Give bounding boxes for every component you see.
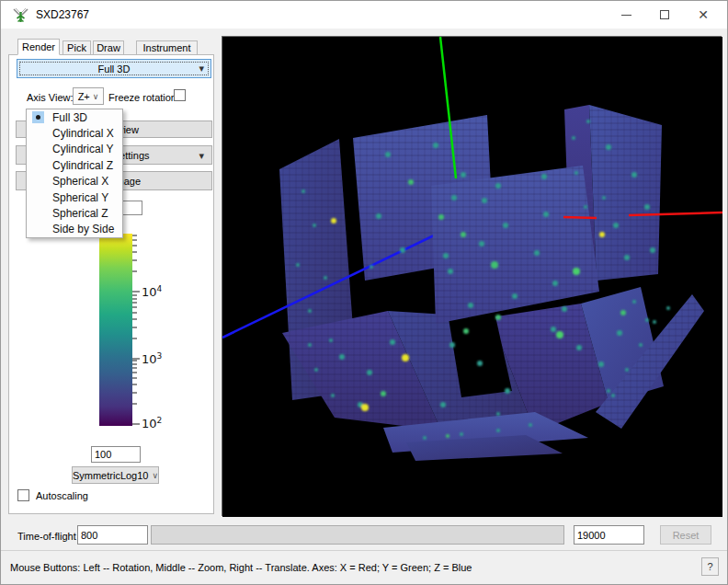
menu-item-spherical-z[interactable]: Spherical Z [27,205,122,221]
axis-view-label: Axis View: [27,92,74,103]
tof-min-input[interactable] [77,525,148,545]
chevron-down-icon: ▾ [199,150,204,162]
radio-dot-icon [36,115,40,120]
close-icon: ✕ [698,7,709,22]
colorbar-tick-label: 103 [142,351,162,366]
tab-draw[interactable]: Draw [93,40,124,55]
projection-value: Full 3D [98,63,131,75]
freeze-rotation-checkbox[interactable] [174,89,186,101]
mantid-logo-icon [13,7,28,23]
tof-label: Time-of-flight [17,531,76,542]
menu-item-side-by-side[interactable]: Side by Side [27,222,122,237]
projection-combobox[interactable]: Full 3D ▾ [17,59,211,78]
instrument-3d-viewport[interactable] [222,36,722,516]
chevron-down-icon: ▾ [199,63,204,75]
menu-item-cylindrical-y[interactable]: Cylindrical Y [27,142,122,157]
colorbar-tick-label: 102 [142,416,162,430]
colorbar-min-input[interactable] [91,446,141,463]
colorbar-ticks [132,232,143,430]
menu-item-spherical-y[interactable]: Spherical Y [27,189,122,205]
menu-item-cylindrical-z[interactable]: Cylindrical Z [27,157,122,173]
reset-button[interactable]: Reset [660,525,711,545]
menu-item-full-3d[interactable]: Full 3D [27,109,122,125]
selected-indicator [32,111,44,123]
freeze-rotation-label: Freeze rotation [108,92,176,103]
tof-max-input[interactable] [574,525,644,545]
maximize-icon [660,10,669,19]
chevron-down-icon: ∨ [152,471,158,480]
maximize-button[interactable] [648,1,681,29]
minimize-icon [621,15,631,16]
autoscaling-checkbox[interactable] [17,489,29,501]
tab-render[interactable]: Render [17,39,60,55]
instrument-view-window: SXD23767 ✕ Render Pick Draw Instrument F… [0,0,728,585]
tab-instrument[interactable]: Instrument [136,40,198,55]
tab-pick[interactable]: Pick [63,40,91,55]
tof-slider[interactable] [151,525,564,545]
scale-type-combobox[interactable]: SymmetricLog10 ∨ [72,466,159,484]
menu-item-cylindrical-x[interactable]: Cylindrical X [27,125,122,141]
axis-view-combobox[interactable]: Z+ ∨ [73,87,104,105]
status-bar: Mouse Buttons: Left -- Rotation, Middle … [1,550,727,585]
colorbar-tick-label: 104 [142,284,162,299]
menu-item-spherical-x[interactable]: Spherical X [27,174,122,189]
title-bar: SXD23767 ✕ [1,1,727,29]
projection-dropdown-menu: Full 3D Cylindrical X Cylindrical Y Cyli… [26,109,123,238]
minimize-button[interactable] [609,1,643,29]
colorbar[interactable] [99,234,132,426]
help-button[interactable]: ? [701,557,719,576]
autoscaling-label: Autoscaling [36,490,88,501]
chevron-down-icon: ∨ [93,92,99,101]
instrument-3d-scene [222,37,722,517]
close-button[interactable]: ✕ [687,1,720,29]
window-title: SXD23767 [36,8,89,21]
status-text: Mouse Buttons: Left -- Rotation, Middle … [10,562,472,573]
